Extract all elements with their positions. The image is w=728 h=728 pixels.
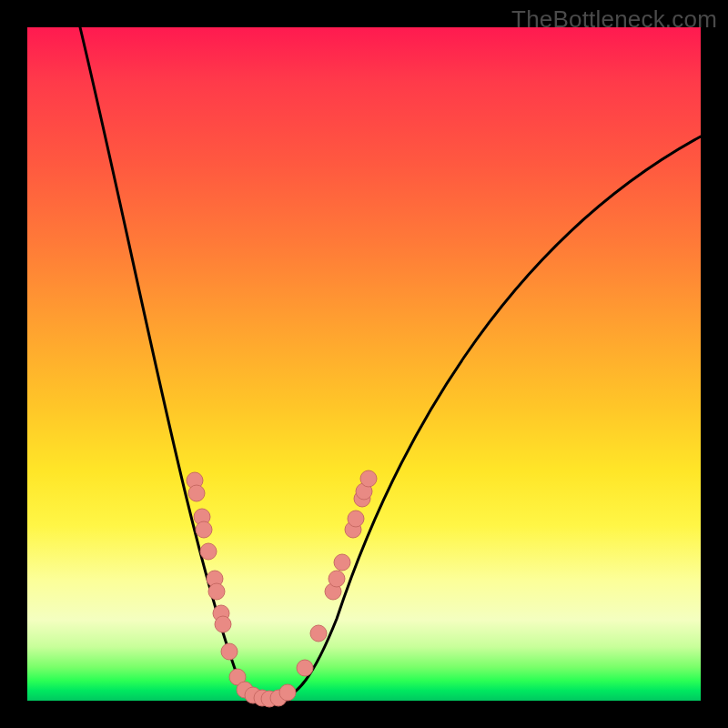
chart-marker	[334, 554, 350, 571]
chart-marker	[329, 571, 345, 587]
watermark-text: TheBottleneck.com	[511, 5, 717, 34]
chart-marker	[196, 521, 212, 538]
chart-marker	[297, 660, 313, 676]
chart-marker	[348, 511, 364, 527]
chart-marker	[221, 643, 238, 660]
chart-marker	[360, 470, 377, 487]
chart-svg	[27, 27, 701, 701]
chart-plot-area	[27, 27, 701, 701]
chart-marker	[208, 583, 225, 600]
chart-marker	[215, 616, 231, 632]
chart-frame: TheBottleneck.com	[0, 0, 728, 728]
bottleneck-curve	[80, 27, 701, 699]
chart-marker	[188, 485, 205, 501]
chart-marker	[200, 543, 217, 560]
chart-marker	[310, 625, 327, 642]
chart-marker	[279, 684, 296, 701]
